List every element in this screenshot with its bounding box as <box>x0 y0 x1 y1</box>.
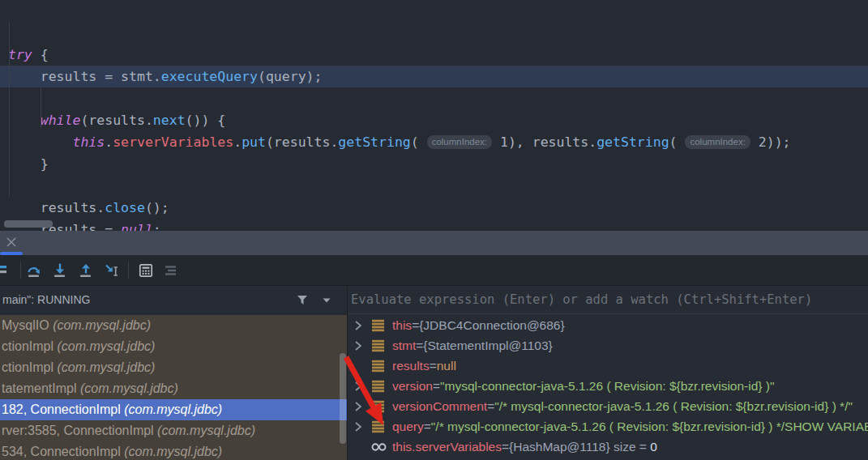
frame-package: (com.mysql.jdbc) <box>80 381 178 395</box>
code-line[interactable] <box>0 175 868 197</box>
expand-chevron-icon[interactable] <box>353 341 365 351</box>
frame-package: (com.mysql.jdbc) <box>57 360 155 374</box>
code-line[interactable]: } <box>0 153 868 175</box>
parameter-hint: columnIndex: <box>427 135 492 149</box>
code-lines: try { results = stmt.executeQuery(query)… <box>0 44 868 231</box>
frame-label: tatementImpl <box>2 381 80 395</box>
debugger-toolbar <box>0 255 868 285</box>
variable-name: this <box>392 318 412 333</box>
show-execution-point-icon[interactable] <box>0 262 8 279</box>
variable-value: "/* mysql-connector-java-5.1.26 ( Revisi… <box>494 399 853 414</box>
variable-row[interactable]: version = "mysql-connector-java-5.1.26 (… <box>348 376 868 396</box>
frame-label: rver:3585, ConnectionImpl <box>2 424 157 437</box>
frame-label: 182, ConnectionImpl <box>2 402 124 416</box>
variable-value: "/* mysql-connector-java-5.1.26 ( Revisi… <box>431 420 868 434</box>
variable-row[interactable]: this.serverVariables = {HashMap@1118} si… <box>348 437 868 457</box>
frame-label: MysqlIO <box>2 318 53 332</box>
step-over-icon[interactable] <box>26 262 42 279</box>
frame-label: 534, ConnectionImpl <box>2 445 124 458</box>
frame-row[interactable]: ctionImpl (com.mysql.jdbc) <box>0 336 347 357</box>
variable-value: {JDBC4Connection@686} <box>419 318 564 333</box>
equals-sign: = <box>433 379 440 394</box>
equals-sign: = <box>502 440 509 454</box>
frame-package: (com.mysql.jdbc) <box>53 318 151 332</box>
variable-name: this.serverVariables <box>392 440 502 454</box>
annotation-arrow <box>332 350 397 435</box>
code-line[interactable]: results = null; <box>0 219 868 231</box>
variable-name: results <box>392 359 430 373</box>
watch-icon <box>371 441 387 454</box>
watch-hint: Evaluate expression (Enter) or add a wat… <box>351 292 812 307</box>
variable-value: {StatementImpl@1103} <box>423 339 552 353</box>
variable-value: {HashMap@1118} size = 0 <box>509 440 657 454</box>
frames-panel: main": RUNNING MysqlIO (com.mysql.jdbc) … <box>0 286 348 460</box>
variable-row[interactable]: this = {JDBC4Connection@686} <box>348 315 868 335</box>
frame-label: ctionImpl <box>2 360 57 374</box>
code-line-current[interactable]: results = stmt.executeQuery(query); <box>0 66 868 87</box>
frame-row[interactable]: tatementImpl (com.mysql.jdbc) <box>0 378 347 399</box>
frame-row[interactable]: MysqlIO (com.mysql.jdbc) <box>0 315 347 336</box>
equals-sign: = <box>487 399 494 414</box>
step-out-icon[interactable] <box>78 262 94 279</box>
parameter-hint: columnIndex: <box>685 135 750 149</box>
variable-icon <box>371 319 385 332</box>
frame-row[interactable]: 534, ConnectionImpl (com.mysql.jdbc) <box>0 441 347 460</box>
close-icon[interactable] <box>6 237 16 247</box>
variables-list: this = {JDBC4Connection@686} stmt = {Sta… <box>348 315 868 460</box>
variable-row[interactable]: stmt = {StatementImpl@1103} <box>348 335 868 356</box>
code-editor[interactable]: try { results = stmt.executeQuery(query)… <box>0 0 868 231</box>
layout-settings-icon[interactable] <box>163 262 179 279</box>
step-into-icon[interactable] <box>52 262 68 279</box>
debug-panels: main": RUNNING MysqlIO (com.mysql.jdbc) … <box>0 285 868 460</box>
frame-package: (com.mysql.jdbc) <box>157 424 255 437</box>
thread-selector[interactable]: main": RUNNING <box>0 286 347 314</box>
indent-guide <box>41 87 41 128</box>
code-line[interactable]: try { <box>0 44 868 66</box>
variable-value: "mysql-connector-java-5.1.26 ( Revision:… <box>440 379 774 394</box>
variable-name: versionComment <box>392 399 487 414</box>
indent-guide <box>9 22 10 197</box>
code-line[interactable] <box>0 87 868 109</box>
frame-row[interactable]: ctionImpl (com.mysql.jdbc) <box>0 357 347 378</box>
code-line[interactable]: while(results.next()) { <box>0 109 868 131</box>
chevron-down-icon[interactable] <box>323 297 331 304</box>
variable-name: version <box>392 379 433 394</box>
thread-status: main": RUNNING <box>2 293 90 306</box>
code-line[interactable]: results.close(); <box>0 197 868 219</box>
ide-debug-screen: try { results = stmt.executeQuery(query)… <box>0 0 868 460</box>
frame-label: ctionImpl <box>2 339 57 353</box>
tool-window-header <box>0 231 868 255</box>
frame-package: (com.mysql.jdbc) <box>57 339 155 353</box>
run-to-cursor-icon[interactable] <box>104 262 120 279</box>
expand-chevron-icon[interactable] <box>353 321 365 330</box>
horizontal-scrollbar[interactable] <box>4 220 53 228</box>
frames-list: MysqlIO (com.mysql.jdbc) ctionImpl (com.… <box>0 315 347 460</box>
variable-row[interactable]: query = "/* mysql-connector-java-5.1.26 … <box>348 416 868 437</box>
evaluate-expression-icon[interactable] <box>138 262 154 279</box>
variable-row[interactable]: results = null <box>348 356 868 376</box>
variable-value: null <box>437 359 456 373</box>
filter-icon[interactable] <box>297 295 308 305</box>
equals-sign: = <box>416 339 423 353</box>
frame-row[interactable]: rver:3585, ConnectionImpl (com.mysql.jdb… <box>0 420 347 441</box>
watch-input[interactable]: Evaluate expression (Enter) or add a wat… <box>348 286 868 314</box>
toolbar-separator <box>128 262 129 279</box>
frame-package: (com.mysql.jdbc) <box>124 445 222 458</box>
code-line[interactable]: this.serverVariables.put(results.getStri… <box>0 131 868 153</box>
equals-sign: = <box>430 359 437 373</box>
variable-row[interactable]: versionComment = "/* mysql-connector-jav… <box>348 396 868 416</box>
equals-sign: = <box>424 420 431 434</box>
toolbar-separator <box>20 262 21 279</box>
variables-panel: Evaluate expression (Enter) or add a wat… <box>348 286 868 460</box>
frame-package: (com.mysql.jdbc) <box>124 402 222 416</box>
frame-row[interactable]: 182, ConnectionImpl (com.mysql.jdbc) <box>0 399 347 420</box>
equals-sign: = <box>412 318 419 333</box>
